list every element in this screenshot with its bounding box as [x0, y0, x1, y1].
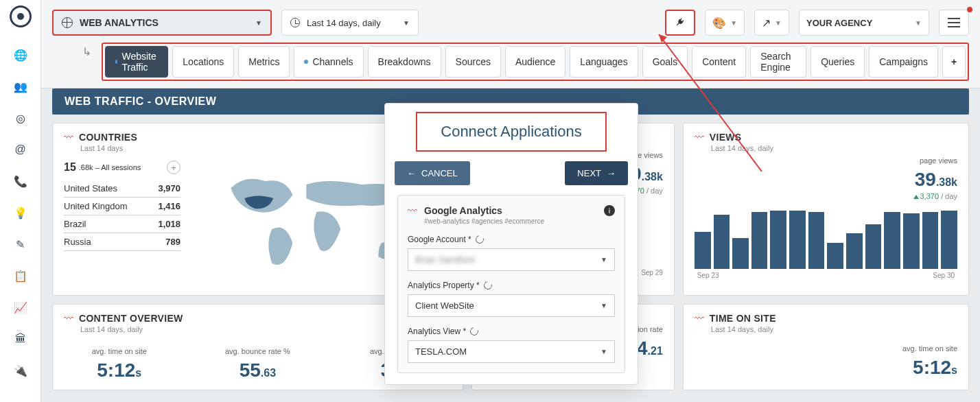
- tab-bar: ↳ Website Traffic Locations Metrics Chan…: [41, 36, 980, 88]
- sessions-small: .68k – All sessions: [79, 163, 141, 172]
- menu-button[interactable]: [939, 10, 969, 36]
- agency-selector[interactable]: YOUR AGENCY ▼: [799, 10, 929, 36]
- arrow-left-icon: ←: [407, 168, 416, 178]
- theme-icon: 🎨: [712, 16, 726, 29]
- tab-website-traffic[interactable]: Website Traffic: [105, 46, 168, 78]
- analytics-view-label: Analytics View *: [408, 327, 615, 336]
- country-row[interactable]: United Kingdom1,416: [64, 198, 180, 215]
- country-list: 15 .68k – All sessions + United States3,…: [64, 161, 180, 287]
- clock-icon: [290, 18, 300, 27]
- hamburger-icon: [948, 18, 960, 27]
- target-icon[interactable]: ◎: [14, 111, 27, 125]
- analytics-property-select[interactable]: Client WebSite▼: [408, 294, 615, 317]
- tab-search-engine[interactable]: Search Engine: [750, 46, 806, 78]
- tab-channels[interactable]: Channels: [294, 46, 363, 78]
- active-dot-icon: [304, 60, 308, 64]
- chevron-down-icon: ▼: [730, 19, 737, 27]
- refresh-icon[interactable]: [482, 280, 493, 291]
- at-icon[interactable]: @: [14, 143, 27, 156]
- people-icon[interactable]: 👥: [14, 80, 27, 93]
- tab-goals[interactable]: Goals: [642, 46, 688, 78]
- refresh-icon[interactable]: [474, 234, 485, 245]
- time-on-site-card: 〰 TIME ON SITE Last 14 days, daily avg. …: [683, 304, 969, 390]
- dashboard-selector[interactable]: WEB ANALYTICS ▼: [52, 10, 272, 36]
- next-button[interactable]: NEXT→: [565, 161, 628, 185]
- active-dot-icon: [115, 60, 117, 64]
- chevron-down-icon: ▼: [255, 19, 262, 27]
- tab-queries[interactable]: Queries: [810, 46, 865, 78]
- card-title: CONTENT OVERVIEW: [79, 313, 183, 324]
- sparkline-icon: 〰: [64, 132, 73, 143]
- agency-label: YOUR AGENCY: [806, 18, 872, 28]
- tab-sources[interactable]: Sources: [445, 46, 501, 78]
- chart-icon[interactable]: 📈: [14, 300, 27, 314]
- add-tab-button[interactable]: +: [942, 46, 966, 78]
- idea-icon[interactable]: 💡: [14, 206, 27, 220]
- provider-title: Google Analytics: [424, 205, 544, 216]
- tab-content[interactable]: Content: [692, 46, 746, 78]
- tab-languages[interactable]: Languages: [570, 46, 638, 78]
- sparkline-icon: 〰: [695, 313, 704, 324]
- tab-breakdowns[interactable]: Breakdowns: [368, 46, 441, 78]
- sparkline-icon: 〰: [695, 132, 704, 143]
- add-metric-button[interactable]: +: [167, 161, 180, 174]
- analytics-property-label: Analytics Property *: [408, 281, 615, 290]
- tab-metrics[interactable]: Metrics: [238, 46, 290, 78]
- app-logo: [10, 5, 32, 27]
- tabs-container: Website Traffic Locations Metrics Channe…: [102, 43, 969, 81]
- views-card: 〰 VIEWS Last 14 days, daily page views 3…: [683, 123, 969, 296]
- connect-applications-modal: Connect Applications ←CANCEL NEXT→ 〰 Goo…: [384, 103, 638, 385]
- bank-icon[interactable]: 🏛: [14, 332, 27, 346]
- subreport-arrow-icon: ↳: [82, 45, 91, 58]
- arrow-right-icon: →: [607, 168, 616, 178]
- metric-label: avg. time on site: [695, 344, 957, 353]
- google-account-select[interactable]: Brian Sandford▼: [408, 248, 615, 271]
- views-bar-chart: [695, 207, 957, 269]
- provider-tags: #web-analytics #agencies #ecommerce: [424, 217, 544, 225]
- sidebar-rail: 🌐 👥 ◎ @ 📞 💡 ✎ 📋 📈 🏛 🔌: [0, 0, 41, 402]
- sessions-big: 15: [64, 161, 76, 174]
- tab-campaigns[interactable]: Campaigns: [869, 46, 938, 78]
- modal-title: Connect Applications: [416, 112, 607, 152]
- tab-audience[interactable]: Audience: [505, 46, 565, 78]
- share-button[interactable]: ↗▼: [754, 10, 789, 36]
- notification-dot: [967, 7, 972, 12]
- google-account-label: Google Account *: [408, 235, 615, 244]
- theme-button[interactable]: 🎨▼: [705, 10, 745, 36]
- chevron-down-icon: ▼: [775, 19, 782, 27]
- topbar: WEB ANALYTICS ▼ Last 14 days, daily ▼ 🎨▼…: [41, 0, 980, 36]
- provider-card: 〰 Google Analytics #web-analytics #agenc…: [397, 195, 625, 373]
- clipboard-icon[interactable]: 📋: [14, 269, 27, 283]
- card-subtitle: Last 14 days, daily: [711, 144, 957, 152]
- country-row[interactable]: Brazil1,018: [64, 215, 180, 233]
- metric-label: page views: [695, 156, 957, 165]
- tab-locations[interactable]: Locations: [172, 46, 234, 78]
- date-range-selector[interactable]: Last 14 days, daily ▼: [281, 10, 419, 36]
- metric-label: avg. bounce rate %: [202, 347, 314, 355]
- dashboard-selector-label: WEB ANALYTICS: [80, 17, 159, 28]
- plug-rail-icon[interactable]: 🔌: [14, 364, 27, 377]
- card-title: VIEWS: [710, 132, 742, 143]
- plug-icon: [673, 15, 688, 31]
- chevron-down-icon: ▼: [403, 19, 410, 27]
- phone-icon[interactable]: 📞: [14, 174, 27, 188]
- date-range-label: Last 14 days, daily: [307, 18, 381, 28]
- cancel-button[interactable]: ←CANCEL: [395, 161, 470, 185]
- chevron-down-icon: ▼: [600, 256, 607, 263]
- share-icon: ↗: [762, 16, 771, 29]
- country-row[interactable]: Russia789: [64, 233, 180, 251]
- card-title: COUNTRIES: [79, 132, 137, 143]
- chevron-down-icon: ▼: [600, 348, 607, 355]
- refresh-icon[interactable]: [469, 326, 480, 337]
- card-title: TIME ON SITE: [710, 313, 776, 324]
- chevron-down-icon: ▼: [600, 302, 607, 309]
- connect-apps-button[interactable]: [665, 10, 695, 36]
- edit-icon[interactable]: ✎: [14, 237, 27, 251]
- country-row[interactable]: United States3,970: [64, 180, 180, 198]
- chevron-down-icon: ▼: [915, 19, 922, 27]
- analytics-view-select[interactable]: TESLA.COM▼: [408, 340, 615, 363]
- globe-icon[interactable]: 🌐: [14, 48, 27, 62]
- globe-icon: [62, 17, 73, 28]
- info-icon[interactable]: i: [604, 205, 615, 216]
- card-subtitle: Last 14 days, daily: [711, 325, 957, 333]
